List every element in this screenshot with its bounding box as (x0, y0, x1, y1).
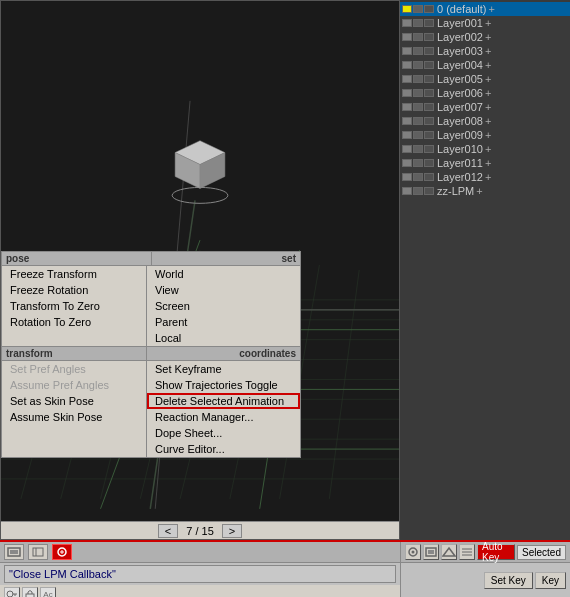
menu-item-screen[interactable]: Screen (147, 298, 300, 314)
layer-name: Layer010 (437, 143, 483, 155)
layer-name: Layer006 (437, 87, 483, 99)
menu-item-view[interactable]: View (147, 282, 300, 298)
layer-plus: + (485, 31, 491, 43)
status-right-icon-1[interactable] (405, 544, 421, 560)
layer-list: 0 (default)+ Layer001+ Layer002+ Layer00… (400, 0, 570, 200)
layer-name: Layer008 (437, 115, 483, 127)
svg-rect-34 (33, 548, 43, 556)
svg-marker-47 (443, 548, 455, 556)
layer-item[interactable]: Layer002+ (400, 30, 570, 44)
menu-subheader-coordinates: coordinates (147, 347, 300, 360)
status-right-top: Auto Key Selected (401, 542, 570, 563)
next-page-button[interactable]: > (222, 524, 242, 538)
menu-item-dope-sheet[interactable]: Dope Sheet... (147, 425, 300, 441)
menu-item-show-trajectories[interactable]: Show Trajectories Toggle (147, 377, 300, 393)
status-right-bottom: Set Key Key (401, 563, 570, 597)
svg-point-39 (7, 591, 13, 597)
layer-plus: + (485, 115, 491, 127)
status-right-panel: Auto Key Selected Set Key Key (400, 542, 570, 597)
key-button[interactable]: Key (535, 572, 566, 589)
mini-icon-key[interactable] (4, 587, 20, 597)
menu-item-transform-to-zero[interactable]: Transform To Zero (2, 298, 146, 314)
layer-name: zz-LPM (437, 185, 474, 197)
main-container: [+][Perspective][Realistic] (0, 0, 570, 597)
menu-item-assume-pref-angles[interactable]: Assume Pref Angles (2, 377, 146, 393)
menu-item-freeze-rotation[interactable]: Freeze Rotation (2, 282, 146, 298)
status-right-icon-4[interactable] (459, 544, 475, 560)
context-menu[interactable]: pose set Freeze Transform Freeze Rotatio… (1, 251, 301, 458)
menu-item-freeze-transform[interactable]: Freeze Transform (2, 266, 146, 282)
menu-item-curve-editor[interactable]: Curve Editor... (147, 441, 300, 457)
mini-icon-lock[interactable] (22, 587, 38, 597)
pagination-info: 7 / 15 (186, 525, 214, 537)
viewport[interactable]: [+][Perspective][Realistic] (0, 0, 400, 540)
menu-item-parent[interactable]: Parent (147, 314, 300, 330)
menu-item-delete-animation[interactable]: Delete Selected Animation (147, 393, 300, 409)
layer-item[interactable]: Layer003+ (400, 44, 570, 58)
layer-name: Layer007 (437, 101, 483, 113)
svg-point-44 (412, 551, 415, 554)
selected-badge: Selected (517, 545, 566, 560)
layer-name: Layer009 (437, 129, 483, 141)
menu-item-rotation-to-zero[interactable]: Rotation To Zero (2, 314, 146, 330)
layer-name: Layer004 (437, 59, 483, 71)
layer-item[interactable]: Layer007+ (400, 100, 570, 114)
status-left: "Close LPM Callback" Ac (0, 542, 400, 597)
layer-name: Layer001 (437, 17, 483, 29)
status-icon-3[interactable] (52, 544, 72, 560)
menu-item-assume-skin-pose[interactable]: Assume Skin Pose (2, 409, 146, 425)
right-panel: 0 (default)+ Layer001+ Layer002+ Layer00… (400, 0, 570, 540)
status-right-icon-3[interactable] (441, 544, 457, 560)
layer-item[interactable]: Layer008+ (400, 114, 570, 128)
layer-name: 0 (default) (437, 3, 487, 15)
menu-item-set-skin-pose[interactable]: Set as Skin Pose (2, 393, 146, 409)
svg-rect-33 (10, 550, 18, 554)
layer-plus: + (485, 45, 491, 57)
layer-name: Layer005 (437, 73, 483, 85)
layer-item[interactable]: zz-LPM+ (400, 184, 570, 198)
layer-plus: + (485, 59, 491, 71)
layer-plus: + (476, 185, 482, 197)
status-icon-1[interactable] (4, 544, 24, 560)
layer-item[interactable]: Layer012+ (400, 170, 570, 184)
layer-plus: + (485, 87, 491, 99)
menu-item-local[interactable]: Local (147, 330, 300, 346)
layer-plus: + (485, 143, 491, 155)
top-area: [+][Perspective][Realistic] (0, 0, 570, 540)
menu-item-set-keyframe[interactable]: Set Keyframe (147, 361, 300, 377)
layer-plus: + (485, 129, 491, 141)
menu-item-set-pref-angles[interactable]: Set Pref Angles (2, 361, 146, 377)
menu-subheader-transform: transform (2, 347, 147, 360)
layer-plus: + (485, 171, 491, 183)
layer-item[interactable]: 0 (default)+ (400, 2, 570, 16)
layer-item[interactable]: Layer010+ (400, 142, 570, 156)
layer-name: Layer002 (437, 31, 483, 43)
layer-name: Layer003 (437, 45, 483, 57)
status-icons-row (0, 542, 400, 563)
layer-item[interactable]: Layer005+ (400, 72, 570, 86)
layer-name: Layer011 (437, 157, 483, 169)
layer-plus: + (489, 3, 495, 15)
status-right-icon-2[interactable] (423, 544, 439, 560)
layer-name: Layer012 (437, 171, 483, 183)
status-icon-2[interactable] (28, 544, 48, 560)
layer-item[interactable]: Layer001+ (400, 16, 570, 30)
menu-item-world[interactable]: World (147, 266, 300, 282)
layer-item[interactable]: Layer006+ (400, 86, 570, 100)
prev-page-button[interactable]: < (158, 524, 178, 538)
layer-item[interactable]: Layer004+ (400, 58, 570, 72)
auto-key-button[interactable]: Auto Key (477, 544, 515, 560)
svg-rect-46 (428, 550, 434, 554)
layer-plus: + (485, 101, 491, 113)
layer-item[interactable]: Layer009+ (400, 128, 570, 142)
status-bottom-icons: Ac (0, 585, 400, 597)
set-key-button[interactable]: Set Key (484, 572, 533, 589)
status-bar: "Close LPM Callback" Ac (0, 540, 570, 597)
menu-item-reaction-manager[interactable]: Reaction Manager... (147, 409, 300, 425)
status-text: "Close LPM Callback" (4, 565, 396, 583)
layer-plus: + (485, 73, 491, 85)
layer-item[interactable]: Layer011+ (400, 156, 570, 170)
menu-header-set: set (152, 252, 301, 265)
layer-plus: + (485, 157, 491, 169)
mini-icon-ac[interactable]: Ac (40, 587, 56, 597)
